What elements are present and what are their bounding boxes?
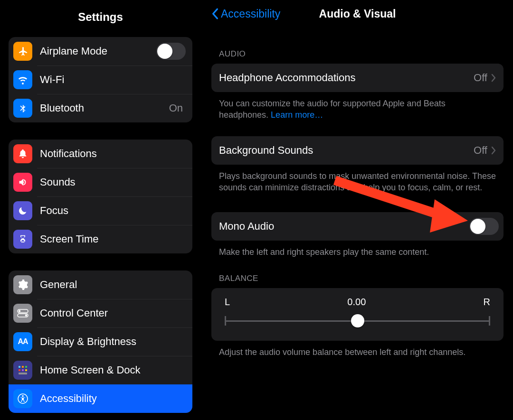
settings-sidebar: Settings Airplane Mode Wi-Fi Bluetooth O… bbox=[0, 0, 202, 420]
balance-header: BALANCE bbox=[219, 274, 504, 283]
slider-tick-right bbox=[489, 316, 490, 326]
row-accessibility[interactable]: Accessibility bbox=[9, 384, 192, 413]
settings-group-3: General Control Center AA Display & Brig… bbox=[9, 271, 192, 413]
row-screentime[interactable]: Screen Time bbox=[9, 225, 192, 253]
svg-rect-8 bbox=[22, 369, 24, 371]
svg-rect-6 bbox=[25, 366, 27, 368]
airplane-icon bbox=[13, 42, 32, 61]
mono-label: Mono Audio bbox=[219, 220, 469, 233]
mono-caption: Make the left and right speakers play th… bbox=[219, 246, 496, 258]
svg-rect-9 bbox=[25, 369, 27, 371]
learn-more-link[interactable]: Learn more… bbox=[271, 110, 323, 120]
nav-bar: Accessibility Audio & Visual bbox=[211, 0, 504, 28]
screentime-label: Screen Time bbox=[40, 233, 186, 245]
notifications-label: Notifications bbox=[40, 148, 186, 160]
headphone-label: Headphone Accommodations bbox=[219, 72, 474, 84]
homescreen-label: Home Screen & Dock bbox=[40, 364, 186, 376]
sounds-label: Sounds bbox=[40, 176, 186, 188]
moon-icon bbox=[13, 201, 32, 220]
svg-point-3 bbox=[25, 314, 27, 316]
bg-label: Background Sounds bbox=[219, 144, 474, 157]
audio-header: AUDIO bbox=[219, 49, 504, 59]
mono-toggle[interactable] bbox=[469, 218, 499, 235]
focus-label: Focus bbox=[40, 205, 186, 217]
balance-L: L bbox=[225, 297, 230, 308]
chevron-left-icon bbox=[211, 8, 219, 19]
grid-icon bbox=[13, 361, 32, 380]
hourglass-icon bbox=[13, 230, 32, 249]
row-bluetooth[interactable]: Bluetooth On bbox=[9, 94, 192, 122]
balance-R: R bbox=[484, 297, 490, 308]
display-label: Display & Brightness bbox=[40, 336, 186, 348]
bg-value: Off bbox=[474, 144, 487, 157]
aa-icon: AA bbox=[13, 332, 32, 351]
bg-caption: Plays background sounds to mask unwanted… bbox=[219, 170, 496, 194]
general-label: General bbox=[40, 279, 186, 291]
svg-point-12 bbox=[22, 395, 24, 397]
settings-title: Settings bbox=[0, 0, 201, 37]
chevron-right-icon bbox=[491, 146, 496, 155]
controlcenter-label: Control Center bbox=[40, 307, 186, 319]
back-button[interactable]: Accessibility bbox=[211, 8, 280, 20]
airplane-label: Airplane Mode bbox=[40, 45, 156, 57]
balance-value: 0.00 bbox=[347, 297, 366, 308]
wifi-icon bbox=[13, 70, 32, 89]
row-sounds[interactable]: Sounds bbox=[9, 168, 192, 196]
row-wifi[interactable]: Wi-Fi bbox=[9, 65, 192, 94]
headphone-value: Off bbox=[474, 72, 487, 84]
balance-slider[interactable] bbox=[225, 314, 490, 327]
back-label: Accessibility bbox=[221, 8, 280, 20]
headphone-caption: You can customize the audio for supporte… bbox=[219, 98, 496, 121]
bluetooth-value: On bbox=[169, 102, 183, 114]
bluetooth-label: Bluetooth bbox=[40, 102, 169, 114]
row-general[interactable]: General bbox=[9, 271, 192, 299]
bg-card: Background Sounds Off bbox=[211, 136, 504, 165]
row-headphone[interactable]: Headphone Accommodations Off bbox=[211, 64, 504, 92]
gear-icon bbox=[13, 275, 32, 294]
svg-rect-7 bbox=[19, 369, 20, 371]
switches-icon bbox=[13, 304, 32, 323]
row-focus[interactable]: Focus bbox=[9, 196, 192, 225]
row-controlcenter[interactable]: Control Center bbox=[9, 299, 192, 327]
settings-group-1: Airplane Mode Wi-Fi Bluetooth On bbox=[9, 37, 192, 122]
svg-rect-5 bbox=[22, 366, 24, 368]
row-mono-audio[interactable]: Mono Audio bbox=[211, 212, 504, 241]
bluetooth-icon bbox=[13, 99, 32, 118]
bell-icon bbox=[13, 144, 32, 163]
svg-rect-4 bbox=[19, 366, 20, 368]
accessibility-label: Accessibility bbox=[40, 392, 186, 405]
row-homescreen[interactable]: Home Screen & Dock bbox=[9, 356, 192, 384]
airplane-toggle[interactable] bbox=[156, 43, 186, 60]
slider-knob[interactable] bbox=[351, 314, 364, 327]
balance-labels: L 0.00 R bbox=[225, 297, 490, 308]
settings-group-2: Notifications Sounds Focus Screen Time bbox=[9, 140, 192, 253]
svg-point-1 bbox=[19, 310, 20, 312]
row-display[interactable]: AA Display & Brightness bbox=[9, 327, 192, 356]
wifi-label: Wi-Fi bbox=[40, 74, 186, 86]
mono-card: Mono Audio bbox=[211, 212, 504, 241]
row-airplane-mode[interactable]: Airplane Mode bbox=[9, 37, 192, 65]
detail-pane: Accessibility Audio & Visual AUDIO Headp… bbox=[202, 0, 513, 420]
chevron-right-icon bbox=[491, 74, 496, 82]
headphone-card: Headphone Accommodations Off bbox=[211, 64, 504, 92]
balance-card: L 0.00 R bbox=[211, 288, 504, 341]
speaker-icon bbox=[13, 173, 32, 192]
balance-caption: Adjust the audio volume balance between … bbox=[219, 346, 496, 358]
accessibility-icon bbox=[13, 389, 32, 408]
row-notifications[interactable]: Notifications bbox=[9, 140, 192, 168]
svg-rect-10 bbox=[19, 373, 27, 374]
row-background-sounds[interactable]: Background Sounds Off bbox=[211, 136, 504, 165]
